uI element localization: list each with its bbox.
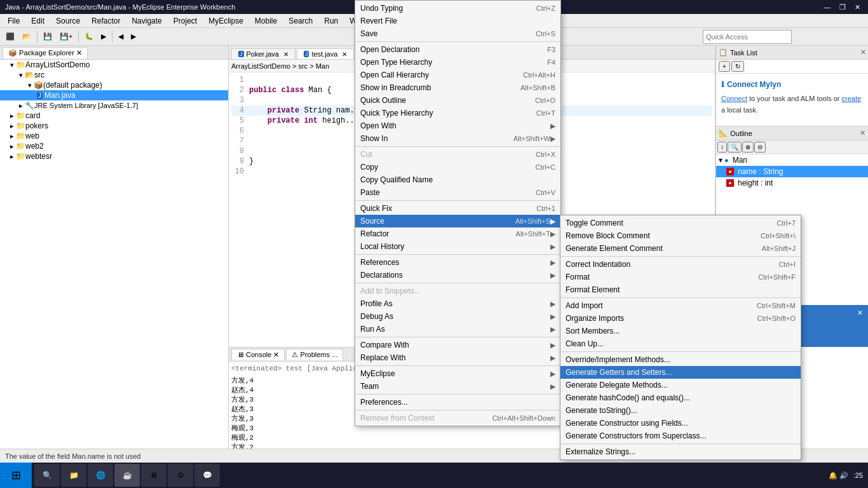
- src-clean-up[interactable]: Clean Up...: [560, 337, 801, 350]
- tree-item-web[interactable]: ▸ 📁 web: [0, 131, 228, 141]
- cm-save[interactable]: Save Ctrl+S: [355, 27, 560, 40]
- src-toggle-comment[interactable]: Toggle Comment Ctrl+7: [560, 217, 801, 229]
- cm-run-as[interactable]: Run As ▶: [355, 323, 560, 336]
- src-externalize-strings[interactable]: Externalize Strings...: [560, 445, 801, 458]
- menu-search[interactable]: Search: [283, 15, 318, 27]
- cm-open-with[interactable]: Open With ▶: [355, 119, 560, 132]
- menu-refactor[interactable]: Refactor: [86, 15, 125, 27]
- src-remove-block-comment[interactable]: Remove Block Comment Ctrl+Shift+\: [560, 229, 801, 242]
- taskbar-extra2[interactable]: ⚙: [168, 464, 193, 487]
- menu-myeclipse[interactable]: MyEclipse: [203, 15, 248, 27]
- taskbar-extra1[interactable]: 🖥: [141, 464, 166, 487]
- toolbar-forward[interactable]: ▶: [128, 30, 139, 43]
- tree-item-src[interactable]: ▾ 📂 src: [0, 70, 228, 80]
- cm-show-breadcrumb[interactable]: Show in Breadcrumb Alt+Shift+B: [355, 81, 560, 94]
- toolbar-run[interactable]: ▶: [98, 30, 109, 43]
- toolbar-new[interactable]: ⬛: [3, 30, 18, 43]
- menu-file[interactable]: File: [3, 15, 25, 27]
- cm-open-type-hierarchy[interactable]: Open Type Hierarchy F4: [355, 56, 560, 69]
- cm-team[interactable]: Team ▶: [355, 380, 560, 393]
- src-format[interactable]: Format Ctrl+Shift+F: [560, 271, 801, 283]
- outline-close-button[interactable]: ✕: [860, 129, 865, 137]
- cm-copy[interactable]: Copy Ctrl+C: [355, 161, 560, 173]
- cm-preferences[interactable]: Preferences...: [355, 396, 560, 409]
- taskbar-search[interactable]: 🔍: [34, 464, 60, 487]
- menu-run[interactable]: Run: [319, 15, 343, 27]
- task-refresh-button[interactable]: ↻: [731, 61, 744, 72]
- src-organize-imports[interactable]: Organize Imports Ctrl+Shift+O: [560, 312, 801, 325]
- menu-edit[interactable]: Edit: [26, 15, 50, 27]
- cm-open-call-hierarchy[interactable]: Open Call Hierarchy Ctrl+Alt+H: [355, 69, 560, 81]
- cm-local-history[interactable]: Local History ▶: [355, 240, 560, 253]
- outline-filter-button[interactable]: 🔍: [728, 142, 742, 152]
- tab-console[interactable]: 🖥 Console ✕: [231, 349, 285, 360]
- tab-test-java[interactable]: J test.java ✕: [297, 48, 354, 59]
- tree-item-webtesr[interactable]: ▸ 📁 webtesr: [0, 151, 228, 161]
- task-add-button[interactable]: +: [719, 61, 730, 72]
- taskbar-myeclipse[interactable]: ☕: [114, 464, 140, 487]
- src-generate-delegate[interactable]: Generate Delegate Methods...: [560, 379, 801, 391]
- cm-copy-qualified[interactable]: Copy Qualified Name: [355, 173, 560, 186]
- cm-remove-context[interactable]: Remove from Context Ctrl+Alt+Shift+Down: [355, 412, 560, 424]
- outline-expand-button[interactable]: ⊕: [742, 142, 754, 152]
- src-generate-constructor-fields[interactable]: Generate Constructor using Fields...: [560, 417, 801, 430]
- taskbar-chrome[interactable]: 🌐: [88, 464, 113, 487]
- start-button[interactable]: ⊞: [0, 463, 32, 488]
- cm-compare-with[interactable]: Compare With ▶: [355, 339, 560, 351]
- outline-collapse-button[interactable]: ⊖: [754, 142, 766, 152]
- cm-quick-outline[interactable]: Quick Outline Ctrl+O: [355, 94, 560, 107]
- cm-paste[interactable]: Paste Ctrl+V: [355, 186, 560, 199]
- tab-problems[interactable]: ⚠ Problems ...: [286, 349, 343, 360]
- tab-close[interactable]: ✕: [342, 51, 347, 58]
- tree-item-pokers[interactable]: ▸ 📁 pokers: [0, 121, 228, 131]
- src-generate-comment[interactable]: Generate Element Comment Alt+Shift+J: [560, 242, 801, 255]
- outline-item-name[interactable]: ● name : String: [716, 166, 868, 177]
- cm-replace-with[interactable]: Replace With ▶: [355, 351, 560, 364]
- menu-mobile[interactable]: Mobile: [250, 15, 282, 27]
- taskbar-extra3[interactable]: 💬: [194, 464, 220, 487]
- cm-add-snippets[interactable]: Add to Snippets...: [355, 285, 560, 297]
- close-button[interactable]: ✕: [852, 3, 863, 11]
- taskbar-file-explorer[interactable]: 📁: [61, 464, 86, 487]
- src-generate-getters-setters[interactable]: Generate Getters and Setters...: [560, 366, 801, 379]
- cm-quick-type-hierarchy[interactable]: Quick Type Hierarchy Ctrl+T: [355, 107, 560, 119]
- cm-references[interactable]: References ▶: [355, 256, 560, 269]
- tree-item-arraysort[interactable]: ▾ 📁 ArrayListSortDemo: [0, 60, 228, 70]
- quick-access-input[interactable]: [703, 30, 792, 44]
- menu-source[interactable]: Source: [51, 15, 85, 27]
- cm-open-declaration[interactable]: Open Declaration F3: [355, 43, 560, 56]
- cm-refactor[interactable]: Refactor Alt+Shift+T ▶: [355, 227, 560, 240]
- tree-item-default-pkg[interactable]: ▾ 📦 (default package): [0, 80, 228, 90]
- cm-quick-fix[interactable]: Quick Fix Ctrl+1: [355, 202, 560, 215]
- outline-item-height[interactable]: ● height : int: [716, 177, 868, 189]
- src-generate-hashcode[interactable]: Generate hashCode() and equals()...: [560, 391, 801, 404]
- src-override-implement[interactable]: Override/Implement Methods...: [560, 353, 801, 366]
- outline-item-man[interactable]: ▾ ● Man: [716, 154, 868, 166]
- tree-item-web2[interactable]: ▸ 📁 web2: [0, 141, 228, 151]
- src-sort-members[interactable]: Sort Members...: [560, 325, 801, 337]
- tree-item-jre[interactable]: ▸ 🔧 JRE System Library [JavaSE-1.7]: [0, 100, 228, 111]
- toolbar-open[interactable]: 📂: [19, 30, 34, 43]
- cm-undo-typing[interactable]: Undo Typing Ctrl+Z: [355, 2, 560, 15]
- cm-myeclipse[interactable]: MyEclipse ▶: [355, 367, 560, 380]
- task-close-button[interactable]: ✕: [860, 48, 866, 57]
- cm-cut[interactable]: Cut Ctrl+X: [355, 148, 560, 161]
- mylyn-connect-link[interactable]: Connect: [721, 95, 747, 102]
- src-generate-constructor-superclass[interactable]: Generate Constructors from Superclass...: [560, 430, 801, 442]
- cm-declarations[interactable]: Declarations ▶: [355, 269, 560, 281]
- toolbar-debug[interactable]: 🐛: [81, 30, 97, 43]
- toolbar-back[interactable]: ◀: [115, 30, 126, 43]
- tab-close[interactable]: ✕: [283, 51, 288, 58]
- src-correct-indentation[interactable]: Correct Indentation Ctrl+I: [560, 258, 801, 271]
- menu-project[interactable]: Project: [168, 15, 202, 27]
- cm-debug-as[interactable]: Debug As ▶: [355, 310, 560, 323]
- toolbar-saveall[interactable]: 💾+: [57, 30, 76, 43]
- notification-close[interactable]: ✕: [857, 309, 863, 318]
- outline-sort-button[interactable]: ↕: [717, 142, 727, 152]
- minimize-button[interactable]: —: [821, 3, 833, 11]
- mylyn-create-link[interactable]: create: [842, 95, 862, 102]
- src-add-import[interactable]: Add Import Ctrl+Shift+M: [560, 299, 801, 312]
- package-explorer-tab[interactable]: 📦 Package Explorer ✕: [3, 47, 88, 58]
- tab-poker-java[interactable]: J Poker.java ✕: [231, 48, 295, 59]
- toolbar-save[interactable]: 💾: [40, 30, 55, 43]
